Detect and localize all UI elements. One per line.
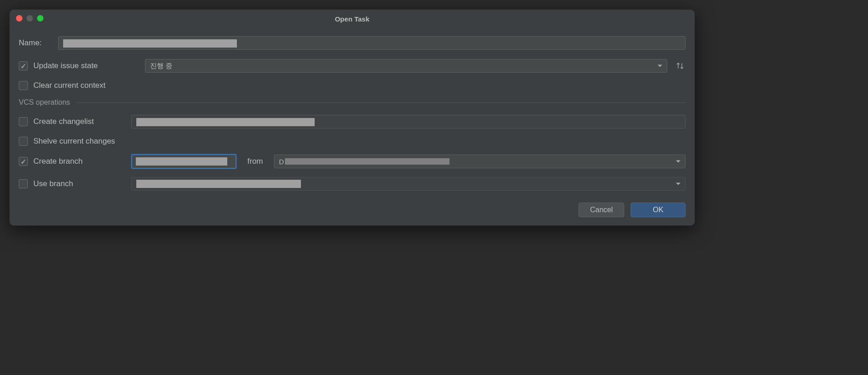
close-icon[interactable]: [16, 15, 22, 21]
minimize-icon: [27, 15, 33, 21]
shelve-changes-checkbox[interactable]: [19, 137, 28, 146]
create-branch-checkbox[interactable]: [19, 157, 28, 166]
window-controls: [16, 15, 43, 21]
update-issue-state-checkbox[interactable]: [19, 61, 28, 70]
shelve-changes-label: Shelve current changes: [33, 137, 115, 146]
maximize-icon[interactable]: [37, 15, 43, 21]
use-branch-label: Use branch: [33, 179, 73, 188]
sort-icon[interactable]: [675, 60, 686, 71]
issue-state-dropdown[interactable]: 진행 중: [145, 59, 667, 73]
dialog-title: Open Task: [335, 15, 370, 23]
update-issue-state-label: Update issue state: [33, 61, 98, 70]
clear-context-checkbox[interactable]: [19, 81, 28, 90]
use-branch-dropdown[interactable]: [131, 177, 686, 191]
issue-state-value: 진행 중: [150, 62, 172, 70]
create-branch-label: Create branch: [33, 157, 83, 166]
task-name-input[interactable]: [58, 36, 686, 50]
branch-name-input[interactable]: [131, 154, 236, 169]
create-changelist-label: Create changelist: [33, 117, 94, 126]
dialog-buttons: Cancel OK: [10, 194, 695, 225]
titlebar: Open Task: [10, 10, 695, 28]
from-branch-value: D: [279, 158, 450, 166]
use-branch-checkbox[interactable]: [19, 179, 28, 188]
changelist-name-input[interactable]: [131, 115, 686, 129]
vcs-section-header: VCS operations: [19, 98, 686, 107]
open-task-dialog: Open Task Name: Update issue state 진행 중: [9, 9, 695, 226]
cancel-button[interactable]: Cancel: [579, 203, 624, 217]
from-branch-dropdown[interactable]: D: [274, 155, 686, 168]
name-label: Name:: [19, 38, 51, 48]
from-label: from: [244, 157, 267, 166]
vcs-section-label: VCS operations: [19, 98, 70, 107]
create-changelist-checkbox[interactable]: [19, 117, 28, 126]
clear-context-label: Clear current context: [33, 81, 106, 90]
ok-button[interactable]: OK: [631, 203, 686, 217]
